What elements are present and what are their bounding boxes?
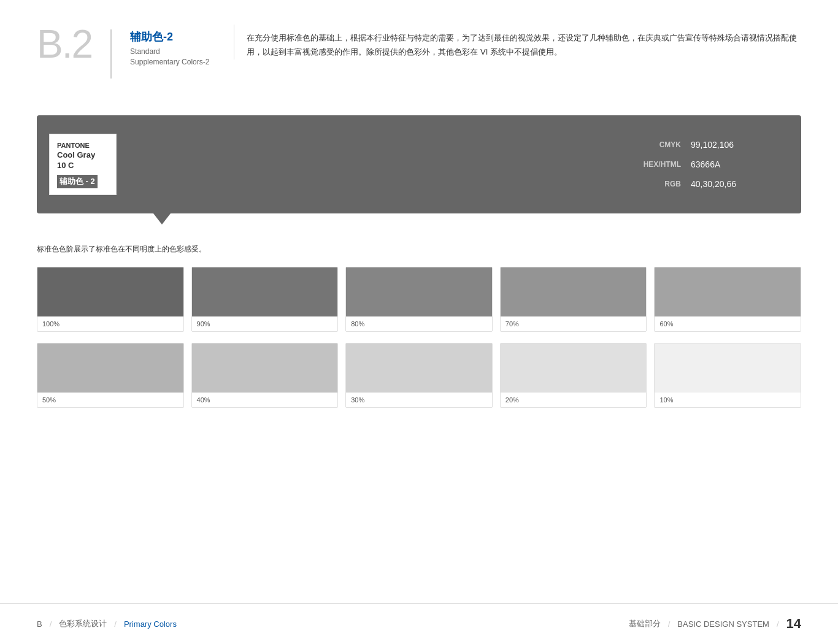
section-code: B.2: [37, 25, 92, 64]
scale-item: 50%: [37, 343, 184, 408]
scale-item: 60%: [654, 267, 801, 332]
scale-percent: 60%: [655, 316, 801, 331]
footer-left: B / 色彩系统设计 / Primary Colors: [37, 618, 177, 629]
pantone-name: Cool Gray10 C: [57, 150, 109, 171]
footer-b: B: [37, 619, 42, 629]
pantone-label: PANTONE Cool Gray10 C 辅助色 - 2: [49, 134, 117, 195]
scale-row-1: 100%90%80%70%60%: [37, 267, 801, 332]
pantone-cn: 辅助色 - 2: [57, 175, 98, 188]
footer-sep1: /: [50, 619, 52, 629]
footer-cn: 色彩系统设计: [59, 618, 107, 629]
scale-percent: 40%: [192, 393, 338, 407]
scale-section: 标准色色阶展示了标准色在不同明度上的色彩感受。 100%90%80%70%60%…: [0, 226, 838, 420]
footer: B / 色彩系统设计 / Primary Colors 基础部分 / BASIC…: [0, 603, 838, 644]
rgb-row: RGB 40,30,20,66: [638, 179, 764, 189]
cmyk-row: CMYK 99,102,106: [638, 140, 764, 150]
scale-percent: 30%: [346, 393, 492, 407]
scale-item: 10%: [654, 343, 801, 408]
hex-value: 63666A: [691, 159, 764, 169]
scale-item: 70%: [500, 267, 647, 332]
section-title-en: Standard Supplementary Colors-2: [130, 47, 209, 67]
rgb-value: 40,30,20,66: [691, 179, 764, 189]
footer-page-number: 14: [786, 616, 801, 632]
footer-sep2: /: [114, 619, 117, 629]
header: B.2 辅助色-2 Standard Supplementary Colors-…: [0, 0, 838, 91]
scale-item: 80%: [345, 267, 493, 332]
scale-item: 90%: [191, 267, 339, 332]
scale-item: 20%: [500, 343, 647, 408]
scale-percent: 80%: [346, 316, 492, 331]
scale-percent: 20%: [501, 393, 647, 407]
pantone-text: PANTONE: [57, 140, 109, 151]
scale-percent: 10%: [655, 393, 801, 407]
scale-percent: 50%: [37, 393, 183, 407]
footer-right-cn: 基础部分: [629, 618, 661, 629]
footer-right-sep2: /: [777, 619, 779, 629]
header-description: 在充分使用标准色的基础上，根据本行业特征与特定的需要，为了达到最佳的视觉效果，还…: [234, 25, 801, 59]
rgb-label: RGB: [638, 180, 681, 188]
cmyk-value: 99,102,106: [691, 140, 764, 150]
footer-right-en: BASIC DESIGN SYSTEM: [677, 619, 769, 629]
footer-right: 基础部分 / BASIC DESIGN SYSTEM / 14: [629, 616, 801, 632]
cmyk-label: CMYK: [638, 140, 681, 149]
header-title-block: 辅助色-2 Standard Supplementary Colors-2: [130, 25, 209, 67]
header-divider: [110, 29, 112, 79]
scale-percent: 70%: [501, 316, 647, 331]
scale-item: 30%: [345, 343, 493, 408]
footer-primary-colors: Primary Colors: [124, 619, 177, 629]
scale-percent: 100%: [37, 316, 183, 331]
scale-row-2: 50%40%30%20%10%: [37, 343, 801, 408]
section-title-cn: 辅助色-2: [130, 29, 209, 44]
hex-row: HEX/HTML 63666A: [638, 159, 764, 169]
scale-item: 100%: [37, 267, 184, 332]
color-info: CMYK 99,102,106 HEX/HTML 63666A RGB 40,3…: [129, 140, 801, 189]
color-card: PANTONE Cool Gray10 C 辅助色 - 2 CMYK 99,10…: [37, 115, 801, 213]
footer-right-sep1: /: [668, 619, 671, 629]
color-card-section: PANTONE Cool Gray10 C 辅助色 - 2 CMYK 99,10…: [0, 103, 838, 226]
scale-percent: 90%: [192, 316, 338, 331]
hex-label: HEX/HTML: [638, 160, 681, 169]
scale-description: 标准色色阶展示了标准色在不同明度上的色彩感受。: [37, 244, 801, 255]
scale-item: 40%: [191, 343, 339, 408]
